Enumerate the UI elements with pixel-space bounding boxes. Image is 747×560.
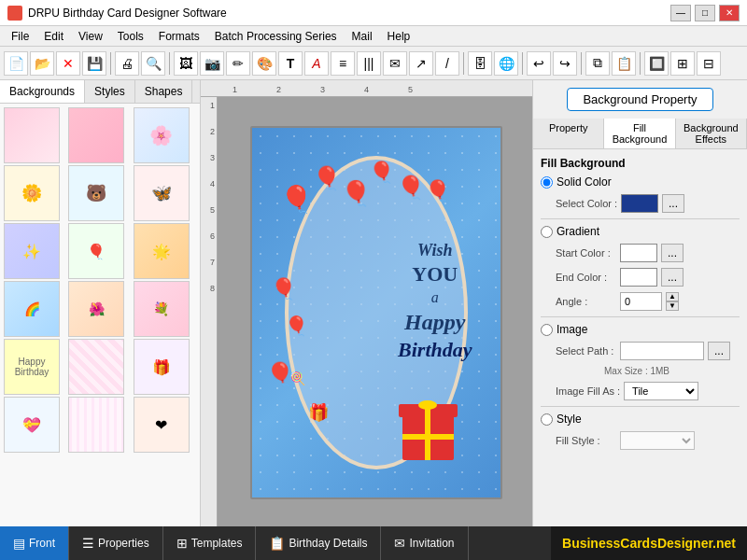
pencil-button[interactable]: ✏ <box>226 51 250 76</box>
print-preview-button[interactable]: 🔍 <box>141 51 165 76</box>
arrow-button[interactable]: ↗ <box>409 51 433 76</box>
angle-up-btn[interactable]: ▲ <box>666 292 679 301</box>
paste-button[interactable]: 📋 <box>612 51 636 76</box>
select-color-row: Select Color : ... <box>541 194 740 213</box>
bg-thumb-11[interactable]: 🌺 <box>68 281 124 337</box>
bg-thumb-6[interactable]: 🦋 <box>134 165 190 221</box>
bg-thumb-8[interactable]: 🎈 <box>68 223 124 279</box>
gift-icon: 🎁 <box>308 402 329 423</box>
save-button[interactable]: 💾 <box>82 51 106 76</box>
bottom-btn-invitation[interactable]: ✉ Invitation <box>381 526 468 560</box>
menu-edit[interactable]: Edit <box>36 28 71 45</box>
fill-style-row: Fill Style : <box>541 431 740 450</box>
copy-button[interactable]: ⧉ <box>585 51 610 76</box>
menu-tools[interactable]: Tools <box>110 28 151 45</box>
solid-color-radio[interactable] <box>541 176 553 189</box>
bg-thumb-9[interactable]: 🌟 <box>134 223 190 279</box>
bg-thumb-4[interactable]: 🌼 <box>4 165 60 221</box>
close-button[interactable]: ✕ <box>719 5 740 21</box>
bottom-btn-front[interactable]: ▤ Front <box>0 526 69 560</box>
window-controls[interactable]: — □ ✕ <box>670 5 740 21</box>
bottom-btn-templates[interactable]: ⊞ Templates <box>163 526 257 560</box>
style-radio[interactable] <box>541 413 553 426</box>
image-radio[interactable] <box>541 324 553 336</box>
start-color-picker-btn[interactable]: ... <box>661 244 684 262</box>
menu-view[interactable]: View <box>71 28 110 45</box>
balloon-3: 🎈 <box>341 179 371 208</box>
camera-button[interactable]: 📷 <box>200 51 224 76</box>
path-input[interactable] <box>620 342 704 360</box>
menu-help[interactable]: Help <box>380 28 418 45</box>
tab-property[interactable]: Property <box>533 119 604 148</box>
image-button[interactable]: 🖼 <box>174 51 198 76</box>
angle-down-btn[interactable]: ▼ <box>666 301 679 311</box>
fill-style-select[interactable] <box>620 431 695 450</box>
bg-thumb-16[interactable]: 💝 <box>4 397 60 453</box>
toolbar-sep-6 <box>640 52 641 75</box>
bg-thumb-18[interactable]: ❤ <box>134 397 190 453</box>
bg-thumb-10[interactable]: 🌈 <box>4 281 60 337</box>
db-button[interactable]: 🗄 <box>468 51 492 76</box>
bg-thumb-12[interactable]: 💐 <box>134 281 190 337</box>
bottom-btn-birthday[interactable]: 📋 Birthday Details <box>256 526 381 560</box>
tab-styles[interactable]: Styles <box>85 80 135 103</box>
angle-input[interactable] <box>620 292 662 311</box>
balloon-1: 🎈 <box>280 184 313 215</box>
paint-button[interactable]: 🎨 <box>252 51 276 76</box>
end-color-box[interactable] <box>620 268 657 287</box>
grid-button[interactable]: ⊞ <box>670 51 695 76</box>
bg-thumb-17[interactable] <box>68 397 124 453</box>
aspect-button[interactable]: ⊟ <box>697 51 721 76</box>
new-button[interactable]: 📄 <box>4 51 28 76</box>
templates-icon: ⊞ <box>176 536 188 551</box>
menu-mail[interactable]: Mail <box>345 28 380 45</box>
barcode-button[interactable]: ||| <box>357 51 381 76</box>
bg-thumb-7[interactable]: ✨ <box>4 223 60 279</box>
menu-file[interactable]: File <box>4 28 36 45</box>
tab-shapes[interactable]: Shapes <box>135 80 193 103</box>
card-preview[interactable]: 🎈 🎈 🎈 🎈 🎈 🎈 🎈 🎈 🎈 Wish YOU a Happy Birth… <box>250 126 502 499</box>
tab-background-effects[interactable]: Background Effects <box>676 119 747 148</box>
image-fill-as-row: Image Fill As : Tile <box>541 382 740 400</box>
path-picker-btn[interactable]: ... <box>708 342 730 360</box>
bottom-btn-properties[interactable]: ☰ Properties <box>69 526 163 560</box>
align-button[interactable]: ≡ <box>331 51 355 76</box>
network-button[interactable]: 🌐 <box>494 51 518 76</box>
gradient-radio[interactable] <box>541 226 553 238</box>
menu-batch[interactable]: Batch Processing Series <box>207 28 345 45</box>
menu-formats[interactable]: Formats <box>151 28 207 45</box>
minimize-button[interactable]: — <box>670 5 691 21</box>
bg-thumb-14[interactable] <box>68 339 124 395</box>
balloon-6: 🎈 <box>425 179 450 203</box>
start-color-box[interactable] <box>620 244 657 262</box>
tab-fill-background[interactable]: Fill Background <box>604 119 675 148</box>
app-title: DRPU Birthday Card Designer Software <box>28 7 227 20</box>
bg-thumb-2[interactable] <box>68 107 124 163</box>
print-button[interactable]: 🖨 <box>115 51 139 76</box>
bg-thumb-13[interactable]: HappyBirthday <box>4 339 60 395</box>
divider-2 <box>541 316 740 317</box>
toolbar-sep-5 <box>581 52 582 75</box>
undo-button[interactable]: ↩ <box>527 51 551 76</box>
image-fill-select[interactable]: Tile <box>624 382 698 400</box>
bg-thumb-15[interactable]: 🎁 <box>134 339 190 395</box>
select-path-row: Select Path : ... <box>541 342 740 360</box>
maximize-button[interactable]: □ <box>695 5 715 21</box>
end-color-picker-btn[interactable]: ... <box>661 268 684 287</box>
bg-thumb-5[interactable]: 🐻 <box>68 165 124 221</box>
zoom-button[interactable]: 🔲 <box>644 51 669 76</box>
bg-thumb-3[interactable]: 🌸 <box>134 107 190 163</box>
open-button[interactable]: 📂 <box>30 51 54 76</box>
mail-button[interactable]: ✉ <box>383 51 407 76</box>
solid-color-picker-btn[interactable]: ... <box>662 194 684 213</box>
text-button[interactable]: T <box>278 51 303 76</box>
background-property-button[interactable]: Background Property <box>567 88 712 111</box>
line-button[interactable]: / <box>435 51 459 76</box>
close-doc-button[interactable]: ✕ <box>56 51 80 76</box>
solid-color-box[interactable] <box>621 194 658 213</box>
balloon-8: 🎈 <box>285 315 308 337</box>
tab-backgrounds[interactable]: Backgrounds <box>0 80 85 103</box>
wordart-button[interactable]: A <box>304 51 329 76</box>
bg-thumb-1[interactable] <box>4 107 60 163</box>
redo-button[interactable]: ↪ <box>553 51 577 76</box>
